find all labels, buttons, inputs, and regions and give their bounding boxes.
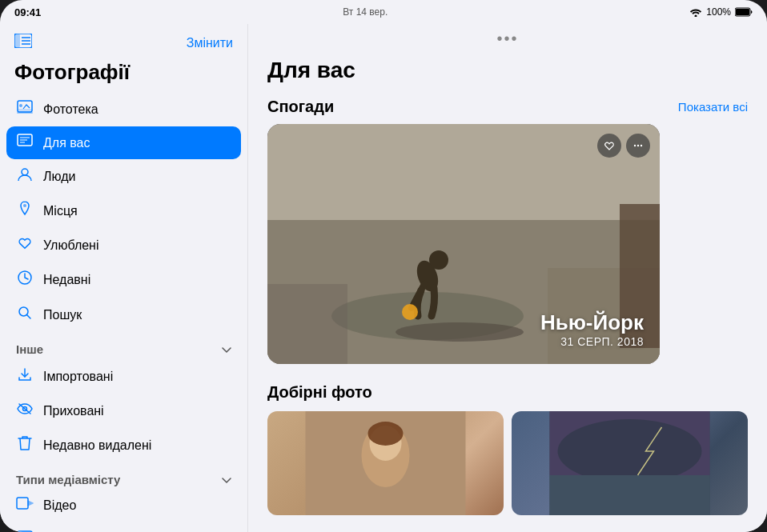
trash-icon [16,435,34,455]
recents-icon [16,270,34,290]
sidebar-item-people[interactable]: Люди [6,160,241,193]
memory-card[interactable]: Нью-Йорк 31 СЕРП. 2018 [267,124,660,364]
svg-point-0 [695,15,697,18]
sidebar: Змінити Фотографії Фототек [0,24,248,532]
svg-point-45 [637,145,639,146]
media-types-chevron-icon[interactable] [222,474,231,486]
svg-rect-54 [550,475,710,515]
hidden-icon [16,402,34,420]
svg-point-38 [429,250,448,270]
content-area: ••• Для вас Спогади Показати всі [248,24,767,532]
sidebar-item-hidden-label: Приховані [43,404,104,418]
places-icon [16,201,34,221]
sidebar-item-people-label: Люди [43,170,75,184]
svg-point-17 [23,204,26,207]
svg-point-10 [19,104,22,107]
content-title: Для вас [267,58,748,83]
svg-point-53 [558,419,702,483]
main-area: Змінити Фотографії Фототек [0,24,767,532]
sidebar-item-recents-label: Недавні [43,273,90,287]
svg-marker-25 [28,501,33,506]
featured-thumb-2[interactable] [512,411,748,515]
more-options-icon[interactable]: ••• [496,30,518,48]
library-icon [16,100,34,118]
svg-point-16 [22,169,28,175]
sidebar-item-for-you-label: Для вас [43,136,90,150]
svg-point-39 [402,304,418,320]
svg-line-20 [27,315,31,319]
sidebar-item-places-label: Місця [43,204,78,218]
battery-icon [735,7,753,17]
content-topbar: ••• [248,24,767,53]
media-types-section-header: Типи медіавмісту [6,463,241,490]
svg-rect-4 [14,34,20,48]
sidebar-item-library[interactable]: Фототека [6,93,241,126]
sidebar-item-recently-deleted-label: Недавно видалені [43,438,151,453]
people-icon [16,167,34,186]
sidebar-item-for-you[interactable]: Для вас [6,126,241,159]
sidebar-item-imported[interactable]: Імпортовані [6,359,241,394]
imported-icon [16,366,34,386]
featured-thumb-1-svg [267,411,504,515]
svg-point-46 [641,145,642,146]
status-date: Вт 14 вер. [343,6,388,18]
status-right: 100% [689,6,753,18]
sidebar-item-recently-deleted[interactable]: Недавно видалені [6,428,241,462]
show-all-button[interactable]: Показати всі [678,100,748,114]
selfie-icon [16,529,34,532]
content-inner: Для вас Спогади Показати всі [248,53,767,532]
other-section-title: Інше [16,342,43,356]
svg-rect-24 [17,498,28,509]
wifi-icon [689,7,702,17]
memories-section-row: Спогади Показати всі [267,98,748,116]
featured-section-label: Добірні фото [267,383,748,402]
search-icon [16,305,34,325]
sidebar-item-favorites[interactable]: Улюблені [6,229,241,262]
svg-rect-41 [267,284,347,364]
sidebar-nav: Фототека Для вас [0,93,247,532]
other-section-header: Інше [6,333,241,359]
sidebar-item-search-label: Пошук [43,308,82,322]
sidebar-header: Змінити [0,24,247,57]
featured-thumb-2-svg [512,411,748,515]
sidebar-item-search[interactable]: Пошук [6,298,241,332]
ipad-frame: 09:41 Вт 14 вер. 100% [0,0,767,532]
memory-more-button[interactable] [626,134,650,158]
sidebar-item-selfie[interactable]: Селфі [6,522,241,532]
status-bar: 09:41 Вт 14 вер. 100% [0,0,767,24]
memory-date: 31 СЕРП. 2018 [540,335,644,348]
memory-photo: Нью-Йорк 31 СЕРП. 2018 [267,124,660,364]
sidebar-item-imported-label: Імпортовані [43,370,113,384]
for-you-icon [16,134,34,152]
memory-overlay-text: Нью-Йорк 31 СЕРП. 2018 [540,310,644,348]
sidebar-item-hidden[interactable]: Приховані [6,394,241,427]
svg-rect-9 [18,109,32,112]
svg-point-40 [396,322,524,342]
memory-city: Нью-Йорк [540,310,644,335]
other-chevron-icon[interactable] [222,343,231,356]
battery-label: 100% [706,6,731,18]
memory-actions [597,134,650,158]
svg-rect-2 [736,9,749,15]
featured-thumb-1[interactable] [267,411,504,515]
status-time: 09:41 [14,6,41,18]
sidebar-item-library-label: Фототека [43,102,98,117]
svg-rect-11 [17,112,33,114]
memory-favorite-button[interactable] [597,134,621,158]
favorites-icon [16,236,34,254]
edit-button[interactable]: Змінити [187,36,233,50]
sidebar-title: Фотографії [0,57,247,93]
svg-point-44 [634,145,636,146]
sidebar-item-favorites-label: Улюблені [43,238,99,253]
memories-section-label: Спогади [267,98,334,116]
featured-photos-row [267,411,748,515]
sidebar-item-video[interactable]: Відео [6,490,241,521]
sidebar-item-recents[interactable]: Недавні [6,262,241,297]
sidebar-toggle-icon[interactable] [14,34,32,52]
video-icon [16,497,34,514]
sidebar-item-video-label: Відео [43,498,76,513]
svg-point-50 [368,422,404,446]
sidebar-item-places[interactable]: Місця [6,194,241,228]
media-types-section-title: Типи медіавмісту [16,473,120,486]
